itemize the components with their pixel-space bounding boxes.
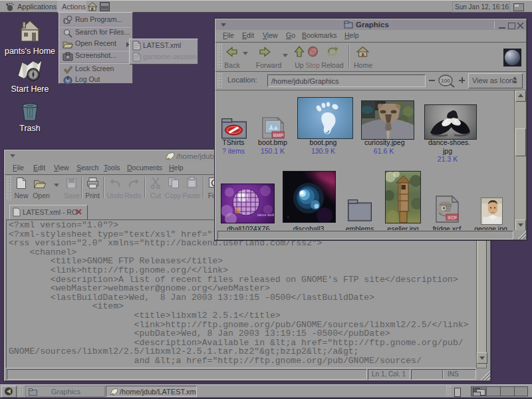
svg-text:100: 100 xyxy=(441,78,450,84)
svg-text:XCF: XCF xyxy=(448,215,458,220)
svg-text:BMP: BMP xyxy=(273,133,284,138)
svg-text:dance work: dance work xyxy=(257,213,274,217)
svg-text:k: k xyxy=(287,215,290,219)
